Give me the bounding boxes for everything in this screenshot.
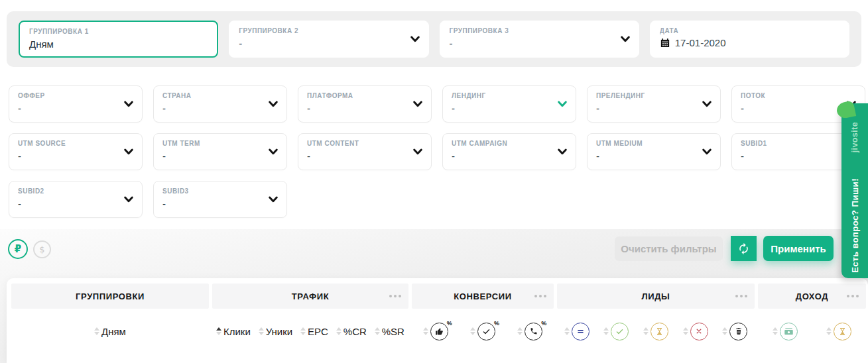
filter-utm-source[interactable]: UTM SOURCE - [9, 133, 143, 170]
date-field[interactable]: ДАТА 17-01-2020 [650, 21, 849, 58]
more-icon[interactable] [735, 295, 747, 297]
chevron-down-icon [123, 194, 134, 205]
column-income-hold[interactable] [826, 323, 851, 340]
columns-conversions: % % % [412, 311, 554, 352]
percent-badge: % [447, 320, 452, 327]
filter-utm-campaign[interactable]: UTM CAMPAIGN - [442, 133, 576, 170]
filter-value: - [162, 103, 278, 114]
column-days[interactable]: Дням [94, 326, 126, 337]
banknote-icon [780, 323, 798, 340]
filter-prelanding[interactable]: ПРЕЛЕНДИНГ - [587, 85, 721, 123]
column-epc[interactable]: EPC [300, 326, 328, 337]
column-leads-rejected[interactable] [683, 323, 708, 340]
check-percent-icon: % [477, 323, 495, 340]
group-header-label: ЛИДЫ [642, 291, 670, 301]
percent-badge: % [494, 320, 499, 327]
column-leads-trash[interactable] [722, 323, 747, 340]
filters-grid: ОФФЕР - СТРАНА - ПЛАТФОРМА - ЛЕНДИНГ - П… [9, 85, 868, 218]
sort-icon [722, 327, 727, 335]
currency-rub-button[interactable]: ₽ [8, 239, 28, 259]
filter-label: ЛЕНДИНГ [452, 92, 567, 99]
chevron-down-icon [412, 146, 423, 157]
group-header-income: ДОХОД [758, 284, 866, 309]
filter-label: SUBID1 [741, 140, 856, 147]
clear-filters-button[interactable]: Очистить фильтры [615, 236, 723, 261]
filter-value: - [741, 150, 856, 162]
column-leads-approved[interactable] [603, 323, 629, 340]
sort-asc-icon [216, 327, 221, 335]
column-confirm-rate[interactable]: % [470, 323, 495, 340]
chevron-down-icon [123, 146, 134, 157]
columns-traffic: Клики Уники EPC %CR %SR [212, 311, 408, 352]
chevron-down-icon [557, 99, 568, 109]
filter-subid3[interactable]: SUBID3 - [153, 181, 287, 218]
grouping-1-label: ГРУППИРОВКА 1 [29, 28, 208, 35]
group-header-label: ГРУППИРОВКИ [76, 291, 145, 301]
column-income-paid[interactable] [773, 323, 798, 340]
sort-icon [826, 327, 832, 335]
column-label: EPC [308, 326, 328, 337]
filter-label: ПОТОК [741, 92, 856, 99]
trash-icon [729, 323, 747, 340]
chevron-down-icon [268, 146, 279, 157]
grouping-2-label: ГРУППИРОВКА 2 [239, 27, 418, 34]
sort-icon [423, 327, 428, 335]
column-cr[interactable]: %CR [336, 326, 367, 337]
sort-icon [517, 327, 523, 335]
chevron-down-icon [123, 99, 134, 109]
column-sr[interactable]: %SR [375, 326, 404, 337]
column-leads-pending[interactable] [643, 323, 668, 340]
column-uniques[interactable]: Уники [259, 326, 292, 337]
grouping-1-select[interactable]: ГРУППИРОВКА 1 Дням [19, 21, 218, 58]
column-leads-total[interactable] [564, 323, 589, 340]
filter-value: - [18, 198, 133, 209]
filter-utm-content[interactable]: UTM CONTENT - [298, 133, 432, 170]
more-icon[interactable] [389, 295, 401, 297]
column-clicks[interactable]: Клики [216, 326, 251, 337]
filter-value: - [162, 150, 278, 162]
table-columns-header: Дням Клики Уники EPC %CR %SR [11, 311, 866, 352]
chevron-down-icon [412, 99, 423, 109]
filter-country[interactable]: СТРАНА - [153, 85, 287, 123]
filter-offer[interactable]: ОФФЕР - [9, 85, 143, 123]
group-header-leads: ЛИДЫ [557, 284, 755, 309]
equals-icon [572, 323, 589, 340]
grouping-3-select[interactable]: ГРУППИРОВКА 3 - [440, 21, 639, 58]
chat-widget-brand: jivosite [850, 122, 859, 152]
column-label: Уники [266, 326, 292, 337]
apply-button[interactable]: Применить [763, 236, 834, 261]
more-icon[interactable] [534, 295, 546, 297]
more-icon[interactable] [847, 295, 859, 297]
currency-toggle: ₽ $ [8, 239, 51, 259]
filter-platform[interactable]: ПЛАТФОРМА - [298, 85, 432, 123]
grouping-2-value: - [239, 38, 418, 49]
table-group-header: ГРУППИРОВКИ ТРАФИК КОНВЕРСИИ ЛИДЫ ДОХОД [11, 284, 866, 309]
thumb-up-percent-icon: % [430, 323, 448, 340]
column-label: Клики [223, 326, 251, 337]
filter-value: - [307, 150, 422, 162]
chat-widget-message: Есть вопрос? Пиши! [850, 178, 860, 273]
filter-landing[interactable]: ЛЕНДИНГ - [442, 85, 576, 123]
chevron-down-icon [268, 194, 279, 205]
sort-icon [603, 327, 609, 335]
columns-groupings: Дням [11, 311, 209, 352]
refresh-button[interactable] [731, 236, 757, 261]
filter-value: - [596, 150, 712, 162]
grouping-bar: ГРУППИРОВКА 1 Дням ГРУППИРОВКА 2 - ГРУПП… [7, 11, 861, 67]
chevron-down-icon [268, 99, 279, 109]
column-call-rate[interactable]: % [517, 323, 542, 340]
filter-value: - [452, 150, 567, 162]
filter-utm-term[interactable]: UTM TERM - [153, 133, 287, 170]
column-approve-rate[interactable]: % [423, 323, 448, 340]
chevron-down-icon [702, 146, 712, 157]
chat-widget-tab[interactable]: jivosite Есть вопрос? Пиши! [841, 103, 868, 278]
sort-icon [336, 327, 341, 335]
grouping-2-select[interactable]: ГРУППИРОВКА 2 - [229, 21, 428, 58]
filter-utm-medium[interactable]: UTM MEDIUM - [587, 133, 721, 170]
columns-income [758, 311, 866, 352]
sort-icon [300, 327, 306, 335]
currency-usd-button[interactable]: $ [33, 240, 51, 258]
filter-label: UTM MEDIUM [596, 140, 712, 147]
group-header-conversions: КОНВЕРСИИ [412, 284, 554, 309]
filter-subid2[interactable]: SUBID2 - [9, 181, 143, 218]
